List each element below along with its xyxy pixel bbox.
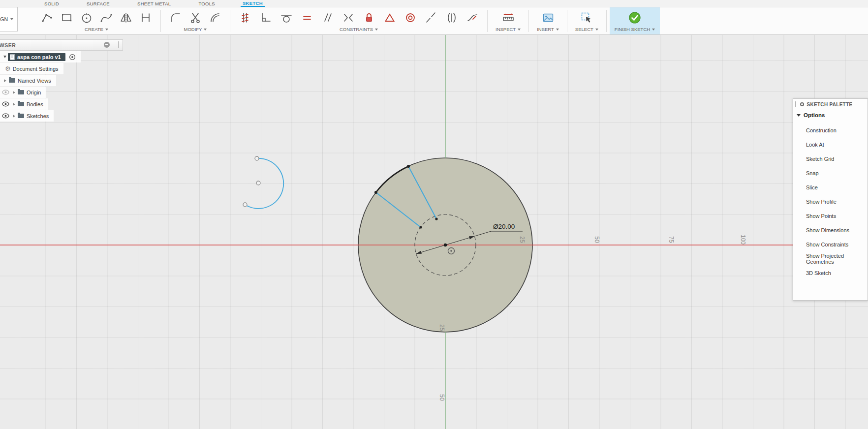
workspace-selector[interactable]: DESIGN bbox=[0, 7, 18, 31]
browser-item-label: Named Views bbox=[18, 78, 51, 84]
folder-icon bbox=[18, 102, 24, 106]
browser-item-origin[interactable]: Origin bbox=[0, 87, 46, 98]
chevron-down-icon[interactable] bbox=[3, 56, 6, 58]
chevron-down-icon bbox=[375, 29, 378, 31]
chevron-right-icon[interactable] bbox=[13, 91, 15, 94]
palette-option-snap[interactable]: Snap bbox=[793, 166, 868, 180]
browser-item-sketches[interactable]: Sketches bbox=[0, 110, 54, 122]
group-constraints: CONSTRAINTS bbox=[233, 7, 484, 34]
offset-icon[interactable] bbox=[208, 10, 222, 25]
chevron-down-icon bbox=[595, 29, 598, 31]
ribbon-toolbar: CREATE MODIFY bbox=[0, 7, 868, 34]
palette-option-slice[interactable]: Slice bbox=[793, 180, 868, 194]
visibility-eye-icon[interactable] bbox=[2, 101, 9, 107]
visibility-eye-icon[interactable] bbox=[2, 90, 9, 95]
fusion-window: Ø20.00 25 50 75 100 25 50 SOLID SURFACE … bbox=[0, 0, 868, 429]
circle-icon[interactable] bbox=[80, 10, 93, 25]
mirror-icon[interactable] bbox=[119, 10, 133, 25]
constraints-dropdown[interactable]: CONSTRAINTS bbox=[340, 27, 378, 32]
horizontal-vertical-constraint-icon[interactable] bbox=[238, 10, 252, 25]
browser-item-named-views[interactable]: Named Views bbox=[0, 75, 56, 86]
concentric-constraint-icon[interactable] bbox=[403, 10, 417, 25]
options-section-toggle[interactable]: Options bbox=[793, 110, 868, 120]
group-modify: MODIFY bbox=[164, 7, 227, 34]
palette-option-show-points[interactable]: Show Points bbox=[793, 209, 868, 223]
chevron-right-icon[interactable] bbox=[13, 103, 15, 106]
palette-grip-icon[interactable] bbox=[795, 101, 796, 107]
parallel-constraint-icon[interactable] bbox=[321, 10, 335, 25]
palette-option-show-dimensions[interactable]: Show Dimensions bbox=[793, 223, 868, 237]
spline-icon[interactable] bbox=[99, 10, 113, 25]
palette-option-sketch-grid[interactable]: Sketch Grid bbox=[793, 152, 868, 166]
toolbar-divider bbox=[487, 10, 488, 32]
tab-tools[interactable]: TOOLS bbox=[196, 0, 217, 7]
chevron-right-icon[interactable] bbox=[4, 79, 6, 82]
browser-item-root[interactable]: aspa con palo v1 bbox=[0, 51, 81, 62]
fix-constraint-icon[interactable] bbox=[362, 10, 376, 25]
chevron-down-icon bbox=[204, 29, 207, 31]
create-dropdown[interactable]: CREATE bbox=[85, 27, 108, 32]
toolbar-divider bbox=[230, 10, 230, 32]
palette-option-construction[interactable]: Construction bbox=[793, 123, 868, 137]
active-document-chip[interactable]: aspa con palo v1 bbox=[8, 53, 65, 61]
collinear-constraint-icon[interactable] bbox=[424, 10, 438, 25]
perpendicular-constraint-icon[interactable] bbox=[259, 10, 273, 25]
folder-icon bbox=[18, 114, 24, 118]
folder-icon bbox=[9, 78, 15, 83]
symmetry-constraint-icon[interactable] bbox=[341, 10, 355, 25]
palette-title: SKETCH PALETTE bbox=[807, 102, 853, 107]
group-create: CREATE bbox=[35, 7, 157, 34]
toolbar-divider bbox=[160, 10, 161, 32]
fillet-icon[interactable] bbox=[169, 10, 183, 25]
chevron-down-icon bbox=[105, 29, 108, 31]
browser-item-document-settings[interactable]: ⚙ Document Settings bbox=[0, 63, 63, 74]
measure-icon[interactable] bbox=[501, 10, 515, 25]
tab-sheet-metal[interactable]: SHEET METAL bbox=[135, 0, 173, 7]
folder-icon bbox=[18, 90, 24, 94]
sketch-palette-header[interactable]: SKETCH PALETTE bbox=[793, 99, 868, 110]
insert-dropdown[interactable]: INSERT bbox=[537, 27, 559, 32]
select-icon[interactable] bbox=[580, 10, 593, 25]
browser-title: BROWSER bbox=[0, 42, 16, 48]
midpoint-constraint-icon[interactable] bbox=[383, 10, 397, 25]
inspect-dropdown[interactable]: INSPECT bbox=[496, 27, 521, 32]
activate-component-icon[interactable] bbox=[69, 54, 76, 61]
palette-option-look-at[interactable]: Look At bbox=[793, 137, 868, 152]
palette-option-show-profile[interactable]: Show Profile bbox=[793, 194, 868, 209]
tab-sketch[interactable]: SKETCH bbox=[241, 0, 265, 7]
chevron-down-icon bbox=[518, 29, 521, 31]
palette-option-show-projected-geometries[interactable]: Show Projected Geometries bbox=[793, 251, 868, 266]
browser-item-label: Sketches bbox=[27, 113, 49, 119]
sketch-palette-panel: SKETCH PALETTE Options Construction Look… bbox=[793, 98, 868, 301]
chevron-right-icon[interactable] bbox=[13, 115, 15, 118]
modify-dropdown[interactable]: MODIFY bbox=[184, 27, 207, 32]
toolbar-divider bbox=[606, 10, 607, 32]
tab-surface[interactable]: SURFACE bbox=[85, 0, 112, 7]
browser-item-label: Origin bbox=[27, 90, 41, 95]
slot-icon[interactable] bbox=[139, 10, 153, 25]
visibility-eye-icon[interactable] bbox=[2, 113, 9, 119]
browser-item-bodies[interactable]: Bodies bbox=[0, 98, 48, 110]
equal-constraint-icon[interactable] bbox=[300, 10, 314, 25]
gear-icon: ⚙ bbox=[5, 65, 11, 72]
document-name: aspa con palo v1 bbox=[17, 54, 61, 60]
smooth-constraint-icon[interactable] bbox=[465, 10, 479, 25]
palette-option-3d-sketch[interactable]: 3D Sketch bbox=[793, 266, 868, 280]
group-inspect: INSPECT bbox=[491, 7, 526, 34]
finish-sketch-button[interactable]: FINISH SKETCH bbox=[610, 7, 660, 34]
browser-item-label: Bodies bbox=[27, 101, 43, 107]
tab-solid[interactable]: SOLID bbox=[42, 0, 61, 7]
curvature-constraint-icon[interactable] bbox=[445, 10, 459, 25]
collapse-browser-icon[interactable] bbox=[104, 42, 110, 48]
line-icon[interactable] bbox=[40, 10, 54, 25]
rectangle-icon[interactable] bbox=[60, 10, 74, 25]
browser-grip-icon[interactable] bbox=[118, 41, 119, 48]
toolbar-divider bbox=[528, 10, 529, 32]
trim-icon[interactable] bbox=[188, 10, 202, 25]
palette-option-show-constraints[interactable]: Show Constraints bbox=[793, 237, 868, 251]
sketch-canvas[interactable] bbox=[0, 0, 868, 429]
tangent-constraint-icon[interactable] bbox=[279, 10, 293, 25]
select-dropdown[interactable]: SELECT bbox=[575, 27, 598, 32]
options-section-label: Options bbox=[804, 112, 825, 118]
image-icon[interactable] bbox=[541, 10, 555, 25]
